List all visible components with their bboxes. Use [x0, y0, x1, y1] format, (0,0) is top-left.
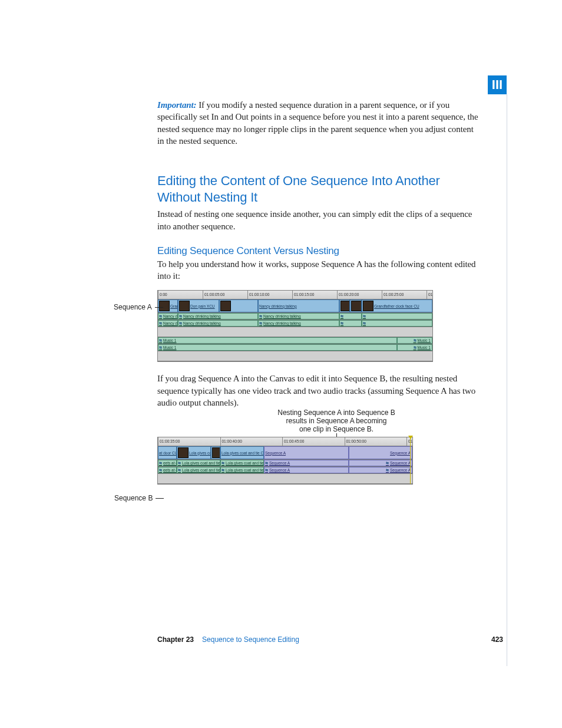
para-result: If you drag Sequence A into the Canvas t…	[157, 373, 478, 409]
clip-label: Sequence A	[269, 468, 290, 472]
clip-label: Nancy drinking talking	[183, 321, 221, 325]
stereo-link-icon	[259, 321, 263, 325]
clip-label: Nancy drinking talking	[263, 314, 301, 318]
clip-label: Sequence A	[390, 468, 411, 472]
para-example: To help you understand how it works, sup…	[157, 258, 478, 282]
audio1-clip: Lola gives coat and tie WS	[177, 460, 220, 466]
audio1-track: Nancy drinlNancy drinking talkingNancy d…	[158, 313, 432, 320]
stereo-link-icon	[414, 345, 417, 350]
clip-thumbnail	[179, 301, 190, 311]
footer-page-number: 423	[491, 635, 503, 644]
music2-clip: Music 1	[158, 344, 397, 351]
audio1-track: eets at doorLola gives coat and tie WSLo…	[158, 460, 412, 467]
track-spacer	[158, 351, 432, 361]
callout-sequence-a: Sequence A	[114, 303, 163, 311]
audio1-clip	[339, 313, 362, 319]
clip-label: Music 1	[418, 338, 431, 342]
clip-label: at door CU	[159, 451, 177, 455]
clip-thumbnail	[340, 301, 350, 311]
clip-thumbnail	[212, 447, 220, 458]
stereo-link-icon	[159, 338, 163, 342]
stereo-link-icon	[179, 314, 183, 318]
callout-sequence-b: Sequence B	[114, 494, 164, 502]
clip-label: Sequence A	[269, 461, 290, 465]
video-track: Grandfather clock fDon pain XCUNancy dri…	[158, 299, 432, 313]
track-spacer	[158, 327, 432, 337]
audio1-clip: Sequence A	[349, 460, 412, 466]
ruler-tick: 01:00:15:00	[292, 291, 314, 299]
callout-nesting: Nesting Sequence A into Sequence B resul…	[260, 409, 413, 433]
clip-label: Lola gives coat and tie WS	[182, 468, 220, 472]
timeline-ruler: 0:0001:00:05:0001:00:10:0001:00:15:0001:…	[158, 291, 432, 299]
video-clip	[350, 299, 362, 312]
stereo-link-icon	[386, 461, 389, 465]
stereo-link-icon	[178, 461, 181, 465]
clip-thumbnail	[220, 301, 231, 311]
clip-label: Nancy drinking talking	[183, 314, 221, 318]
video-clip: Lola gives coat and tie	[177, 446, 211, 459]
audio2-clip: eets at door	[158, 467, 177, 473]
callout-nesting-line2: results in Sequence A becoming	[260, 417, 413, 425]
stereo-link-icon	[159, 321, 163, 325]
video-clip: Lola gives coat and tie CU	[220, 446, 264, 459]
video-clip: Nancy drinking talking	[258, 299, 339, 312]
audio2-clip: Nancy drinking talking	[178, 320, 258, 327]
stereo-link-icon	[340, 314, 344, 318]
music1-clip: Music 1	[397, 337, 432, 344]
figure-sequence-b: Nesting Sequence A into Sequence B resul…	[157, 437, 478, 485]
clip-label: Grandfather clock face CU	[374, 304, 419, 308]
ruler-tick: 01:00:35:00	[158, 437, 180, 446]
clip-thumbnail	[363, 301, 373, 311]
track-spacer	[158, 474, 412, 484]
audio2-clip: Nancy drinking talking	[258, 320, 339, 327]
clip-label: Nancy drinking talking	[259, 304, 297, 308]
footer-chapter-title: Sequence to Sequence Editing	[202, 635, 299, 644]
video-clip: Grandfather clock face CU	[362, 299, 432, 312]
heading-h2: Editing the Content of One Sequence Into…	[157, 173, 478, 206]
video-clip: Sequence A	[264, 446, 349, 459]
section-vertical-rule	[507, 94, 507, 666]
clip-label: Grandfather clock f	[170, 304, 178, 308]
playhead	[410, 437, 411, 484]
audio2-track: Nancy drinlNancy drinking talkingNancy d…	[158, 320, 432, 327]
audio2-clip: Nancy drinl	[158, 320, 178, 327]
clip-label: Sequence A	[390, 461, 411, 465]
important-text: If you modify a nested sequence duration…	[157, 100, 478, 146]
video-clip: at door CU	[158, 446, 177, 459]
music1-clip: Music 1	[158, 337, 397, 344]
stereo-link-icon	[340, 321, 344, 325]
timeline-ruler: 01:00:35:0001:00:40:0001:00:45:0001:00:5…	[158, 437, 412, 446]
audio2-track: eets at doorLola gives coat and tie WSLo…	[158, 467, 412, 474]
ruler-tick: 0:00	[158, 291, 167, 299]
clip-label: Lola gives coat and tie CU	[226, 461, 264, 465]
music2-track: Music 1Music 1	[158, 344, 432, 351]
timeline-sequence-a: 0:0001:00:05:0001:00:10:0001:00:15:0001:…	[157, 290, 433, 362]
clip-label: Sequence A	[265, 451, 286, 455]
important-note: Important: If you modify a nested sequen…	[157, 99, 478, 147]
clip-label: Don pain XCU	[190, 304, 215, 308]
ruler-tick: 01:00:40:00	[220, 437, 242, 446]
audio2-clip	[362, 320, 432, 327]
music2-clip: Music 1	[397, 344, 432, 351]
audio1-clip	[362, 313, 432, 319]
clip-label: eets at door	[163, 468, 177, 472]
audio2-clip: Lola gives coat and tie CU	[220, 467, 264, 473]
ruler-tick: 01:00:20:00	[337, 291, 359, 299]
video-track: at door CULola gives coat and tieLola gi…	[158, 446, 412, 460]
stereo-link-icon	[386, 468, 389, 472]
ruler-tick: 01:00:25:00	[382, 291, 404, 299]
stereo-link-icon	[159, 345, 163, 350]
clip-label: Nancy drinl	[163, 314, 178, 318]
important-label: Important:	[157, 100, 197, 110]
audio1-clip: Sequence A	[264, 460, 349, 466]
callout-nesting-line3: one clip in Sequence B.	[260, 425, 413, 433]
ruler-tick: 01:00:30:00	[427, 291, 432, 299]
stereo-link-icon	[363, 321, 366, 325]
audio2-clip: Lola gives coat and tie WS	[177, 467, 220, 473]
audio1-clip: Nancy drinking talking	[178, 313, 258, 319]
stereo-link-icon	[259, 314, 263, 318]
audio1-clip: eets at door	[158, 460, 177, 466]
ruler-tick: 01:00:45:00	[282, 437, 304, 446]
audio2-clip: Sequence A	[349, 467, 412, 473]
timeline-sequence-b: 01:00:35:0001:00:40:0001:00:45:0001:00:5…	[157, 437, 413, 485]
